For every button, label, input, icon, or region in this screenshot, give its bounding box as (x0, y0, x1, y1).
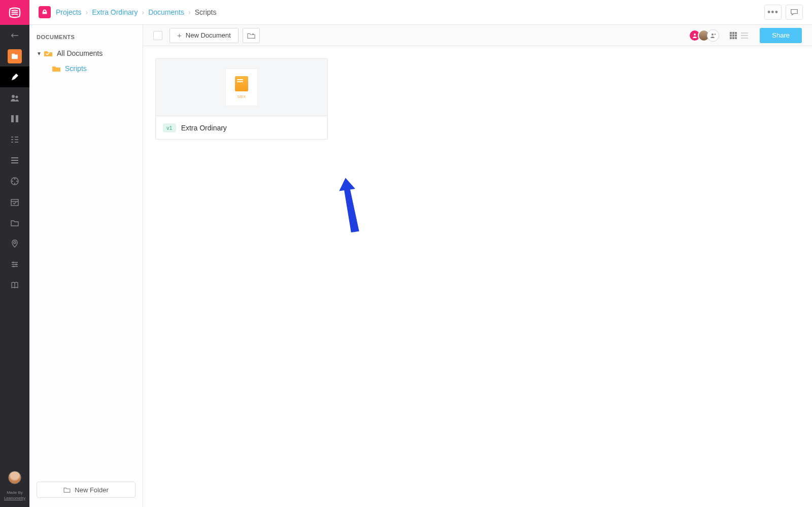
svg-point-11 (16, 180, 18, 182)
documents-icon (8, 49, 22, 63)
icon-sidebar: Made By Leanometry (0, 0, 29, 507)
svg-point-16 (13, 261, 14, 263)
plus-icon: + (177, 31, 182, 40)
user-avatar[interactable] (8, 471, 21, 484)
new-folder-toolbar-button[interactable] (243, 28, 260, 43)
svg-rect-27 (730, 37, 732, 39)
new-folder-label: New Folder (75, 486, 108, 494)
chat-button[interactable] (786, 5, 803, 20)
svg-rect-28 (732, 37, 734, 39)
toolbar: + New Document Share (143, 25, 812, 46)
svg-rect-14 (11, 199, 18, 206)
pencil-icon[interactable] (0, 66, 29, 87)
version-badge: v1 (163, 123, 176, 132)
main-area: SBX v1 Extra Ordinary (143, 46, 812, 507)
document-title: Extra Ordinary (181, 124, 227, 132)
caret-down-icon: ▼ (37, 51, 42, 56)
breadcrumb-current: Scripts (195, 8, 217, 16)
svg-rect-31 (741, 35, 748, 36)
svg-rect-29 (735, 37, 737, 39)
breadcrumb-projects[interactable]: Projects (56, 8, 82, 16)
sliders-icon[interactable] (0, 254, 29, 275)
folder-plus-icon (247, 32, 255, 39)
made-by-credit: Made By Leanometry (4, 490, 25, 501)
more-button[interactable]: ••• (764, 5, 782, 20)
svg-point-2 (12, 95, 15, 98)
breadcrumb-documents[interactable]: Documents (148, 8, 184, 16)
chat-icon (790, 8, 799, 16)
document-thumbnail: SBX (156, 59, 327, 116)
svg-point-3 (16, 95, 18, 98)
tree-child-label: Scripts (65, 64, 87, 73)
folder-icon (52, 65, 61, 72)
documents-heading: DOCUMENTS (37, 34, 136, 40)
calendar-icon[interactable] (0, 191, 29, 212)
svg-point-13 (12, 180, 13, 182)
location-icon[interactable] (0, 233, 29, 254)
svg-rect-30 (741, 32, 748, 33)
svg-rect-0 (12, 54, 18, 59)
folder-outline-icon (63, 487, 71, 493)
boards-icon[interactable] (0, 108, 29, 129)
add-collaborator-button[interactable] (707, 29, 719, 42)
svg-rect-24 (730, 35, 732, 37)
svg-point-12 (14, 183, 16, 184)
book-icon (235, 76, 248, 91)
select-all-checkbox[interactable] (153, 31, 162, 40)
share-button[interactable]: Share (760, 28, 802, 43)
tasks-icon[interactable] (0, 129, 29, 150)
svg-point-10 (14, 178, 16, 180)
svg-rect-26 (735, 35, 737, 37)
svg-rect-8 (11, 162, 18, 163)
list-view-button[interactable] (739, 30, 750, 41)
svg-rect-4 (11, 115, 14, 122)
chevron-right-icon: › (86, 8, 88, 16)
list-icon[interactable] (0, 150, 29, 171)
svg-point-20 (712, 33, 714, 36)
svg-point-17 (16, 263, 17, 265)
svg-rect-6 (11, 157, 18, 158)
svg-rect-21 (730, 32, 732, 34)
folder-icon[interactable] (0, 212, 29, 233)
people-icon[interactable] (0, 87, 29, 108)
view-toggle (728, 30, 750, 41)
tree-root-label: All Documents (57, 49, 103, 57)
svg-rect-1 (12, 53, 15, 55)
grid-view-button[interactable] (728, 30, 738, 41)
svg-rect-32 (741, 38, 748, 39)
svg-rect-5 (16, 115, 18, 122)
tree-scripts[interactable]: Scripts (37, 62, 136, 75)
annotation-arrow (335, 174, 363, 236)
reel-icon[interactable] (0, 171, 29, 191)
svg-rect-7 (11, 160, 18, 161)
documents-panel: DOCUMENTS ▼ All Documents Scripts New Fo… (29, 25, 143, 507)
project-badge[interactable] (39, 6, 51, 18)
user-plus-icon (710, 32, 716, 39)
svg-rect-23 (735, 32, 737, 34)
document-card[interactable]: SBX v1 Extra Ordinary (155, 58, 328, 140)
new-document-label: New Document (186, 31, 231, 39)
svg-point-15 (14, 242, 16, 244)
breadcrumb-project[interactable]: Extra Ordinary (92, 8, 138, 16)
document-meta: v1 Extra Ordinary (156, 116, 327, 139)
svg-point-18 (13, 265, 15, 267)
new-document-button[interactable]: + New Document (170, 28, 239, 43)
chevron-right-icon: › (142, 8, 145, 16)
svg-rect-22 (732, 32, 734, 34)
breadcrumb: Projects › Extra Ordinary › Documents › … (56, 8, 216, 16)
svg-rect-25 (732, 35, 734, 37)
chevron-right-icon: › (188, 8, 191, 16)
book-icon[interactable] (0, 275, 29, 295)
app-logo[interactable] (0, 0, 29, 25)
top-bar: Projects › Extra Ordinary › Documents › … (29, 0, 812, 25)
thumb-tag: SBX (237, 94, 246, 99)
new-folder-button[interactable]: New Folder (37, 482, 136, 498)
collaborator-avatars (692, 29, 719, 42)
tree-all-documents[interactable]: ▼ All Documents (37, 47, 136, 59)
folder-check-icon (44, 50, 53, 57)
sidebar-item-documents[interactable] (0, 46, 29, 66)
back-arrow-icon[interactable] (0, 25, 29, 46)
svg-point-19 (694, 33, 696, 36)
